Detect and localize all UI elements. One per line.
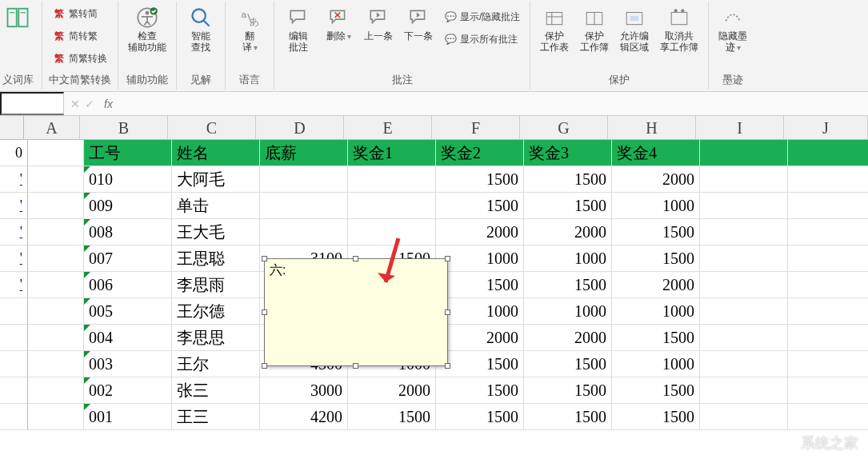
show-hide-comment-button[interactable]: 💬 显示/隐藏批注: [441, 6, 523, 27]
header-cell[interactable]: 奖金2: [436, 140, 524, 166]
header-cell[interactable]: [788, 140, 868, 166]
data-cell[interactable]: 1500: [612, 404, 700, 429]
unshare-workbook-button[interactable]: 取消共 享工作簿: [657, 3, 702, 54]
select-all-triangle[interactable]: [0, 116, 24, 139]
row-header[interactable]: ' !A1: [0, 166, 28, 193]
data-cell[interactable]: 1500: [612, 245, 700, 271]
data-cell[interactable]: 1000: [612, 351, 700, 377]
data-cell[interactable]: 1000: [524, 245, 612, 271]
data-cell[interactable]: [700, 272, 788, 297]
data-cell[interactable]: [788, 404, 868, 429]
data-cell[interactable]: 4200: [260, 404, 348, 429]
translate-button[interactable]: aあ 翻 译: [232, 3, 267, 55]
protect-workbook-button[interactable]: 保护 工作簿: [577, 3, 612, 54]
hide-ink-button[interactable]: 隐藏墨 迹: [715, 3, 750, 55]
data-cell[interactable]: 王尔: [172, 351, 260, 377]
data-cell[interactable]: 1500: [436, 272, 524, 297]
simp-to-trad-button[interactable]: 繁 简转繁: [50, 26, 110, 46]
data-cell[interactable]: 002: [84, 377, 172, 403]
data-cell[interactable]: [700, 193, 788, 218]
confirm-icon[interactable]: ✓: [85, 98, 94, 110]
edit-comment-button[interactable]: 编辑 批注: [281, 3, 316, 54]
row-header[interactable]: 0: [0, 140, 28, 166]
data-cell[interactable]: 单击: [172, 193, 260, 218]
zh-convert-button[interactable]: 繁 简繁转换: [50, 48, 110, 69]
column-header-H[interactable]: H: [608, 116, 696, 139]
data-cell[interactable]: 005: [84, 298, 172, 324]
fx-icon[interactable]: fx: [99, 98, 113, 110]
column-header-G[interactable]: G: [520, 116, 608, 139]
data-cell[interactable]: 007: [84, 245, 172, 271]
cells-area[interactable]: 工号姓名底薪奖金1奖金2奖金3奖金4010大阿毛150015002000009单…: [28, 140, 868, 430]
column-header-C[interactable]: C: [168, 116, 256, 139]
data-cell[interactable]: 李思思: [172, 325, 260, 350]
data-cell[interactable]: 1500: [436, 404, 524, 429]
data-cell[interactable]: [28, 404, 84, 429]
data-cell[interactable]: 1000: [612, 298, 700, 324]
formula-input[interactable]: [119, 92, 868, 115]
data-cell[interactable]: [788, 272, 868, 297]
data-cell[interactable]: [260, 166, 348, 192]
data-cell[interactable]: 1500: [524, 193, 612, 218]
row-header[interactable]: ' !A1: [0, 245, 28, 272]
data-cell[interactable]: [700, 245, 788, 271]
data-cell[interactable]: [348, 193, 436, 218]
data-cell[interactable]: [700, 298, 788, 324]
data-cell[interactable]: 1500: [612, 219, 700, 245]
data-cell[interactable]: 003: [84, 351, 172, 377]
column-header-D[interactable]: D: [256, 116, 344, 139]
trad-to-simp-button[interactable]: 繁 繁转简: [50, 3, 110, 24]
header-cell[interactable]: [28, 140, 84, 166]
row-header[interactable]: [0, 404, 28, 430]
show-all-comments-button[interactable]: 💬 显示所有批注: [441, 29, 523, 50]
cancel-icon[interactable]: ✕: [70, 98, 80, 110]
data-cell[interactable]: [260, 193, 348, 218]
data-cell[interactable]: [28, 272, 84, 297]
data-cell[interactable]: 2000: [524, 325, 612, 350]
data-cell[interactable]: 1500: [436, 377, 524, 403]
data-cell[interactable]: 1500: [436, 193, 524, 218]
data-cell[interactable]: [788, 245, 868, 271]
data-cell[interactable]: [28, 166, 84, 192]
data-cell[interactable]: 1500: [524, 377, 612, 403]
data-cell[interactable]: 010: [84, 166, 172, 192]
header-cell[interactable]: 工号: [84, 140, 172, 166]
data-cell[interactable]: 大阿毛: [172, 166, 260, 192]
row-header[interactable]: ' !A1: [0, 219, 28, 245]
row-header[interactable]: [0, 351, 28, 377]
prev-comment-button[interactable]: 上一条: [361, 3, 396, 43]
data-cell[interactable]: 1000: [524, 298, 612, 324]
data-cell[interactable]: 王尔德: [172, 298, 260, 324]
data-cell[interactable]: [700, 377, 788, 403]
data-cell[interactable]: 1500: [524, 404, 612, 429]
data-cell[interactable]: [700, 351, 788, 377]
header-cell[interactable]: 奖金4: [612, 140, 700, 166]
data-cell[interactable]: [788, 193, 868, 218]
row-header[interactable]: [0, 298, 28, 325]
check-accessibility-button[interactable]: 检查 辅助功能: [125, 3, 170, 54]
data-cell[interactable]: 李思雨: [172, 272, 260, 297]
header-cell[interactable]: 姓名: [172, 140, 260, 166]
protect-sheet-button[interactable]: 保护 工作表: [537, 3, 572, 54]
row-header[interactable]: [0, 377, 28, 404]
column-header-B[interactable]: B: [80, 116, 168, 139]
column-header-F[interactable]: F: [432, 116, 520, 139]
data-cell[interactable]: 张三: [172, 377, 260, 403]
delete-comment-button[interactable]: 删除: [321, 3, 356, 44]
data-cell[interactable]: 2000: [524, 219, 612, 245]
data-cell[interactable]: 2000: [612, 166, 700, 192]
data-cell[interactable]: [788, 325, 868, 350]
next-comment-button[interactable]: 下一条: [401, 3, 436, 43]
data-cell[interactable]: 3000: [260, 377, 348, 403]
data-cell[interactable]: 001: [84, 404, 172, 429]
data-cell[interactable]: [700, 166, 788, 192]
data-cell[interactable]: 1000: [612, 193, 700, 218]
data-cell[interactable]: 2000: [436, 325, 524, 350]
data-cell[interactable]: 1500: [524, 272, 612, 297]
data-cell[interactable]: [28, 193, 84, 218]
data-cell[interactable]: 006: [84, 272, 172, 297]
header-cell[interactable]: 奖金3: [524, 140, 612, 166]
data-cell[interactable]: 王大毛: [172, 219, 260, 245]
data-cell[interactable]: 王三: [172, 404, 260, 429]
header-cell[interactable]: 底薪: [260, 140, 348, 166]
